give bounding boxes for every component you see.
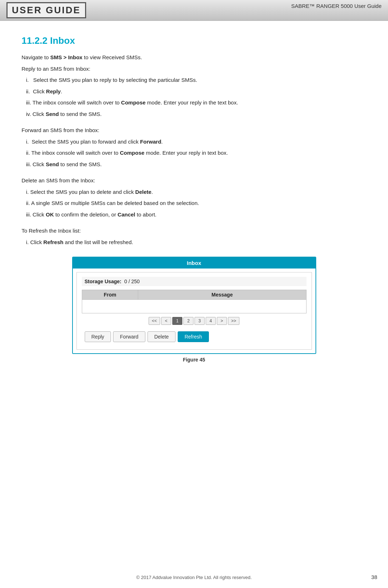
para3-line2: i. Select the SMS you plan to delete and… xyxy=(22,187,366,197)
para1-line1: Navigate to SMS > Inbox to view Received… xyxy=(22,53,366,62)
para3-line3: ii. A single SMS or multiple SMSs can be… xyxy=(22,199,366,208)
para1-line3: i. Select the SMS you plan to reply to b… xyxy=(22,75,366,85)
paragraph-1: Navigate to SMS > Inbox to view Received… xyxy=(22,53,366,118)
page-btn-prev[interactable]: < xyxy=(161,317,171,325)
para1-line2: Reply to an SMS from Inbox: xyxy=(22,64,366,74)
table-header: From Message xyxy=(82,290,307,300)
section-heading: 11.2.2 Inbox xyxy=(22,35,366,46)
storage-label: Storage Usage: xyxy=(85,279,122,284)
para3-line4: iii. Click OK to confirm the deletion, o… xyxy=(22,210,366,219)
para2-line3: ii. The inbox console will switch over t… xyxy=(22,148,366,158)
footer: © 2017 Addvalue Innovation Pte Ltd. All … xyxy=(0,575,388,580)
inbox-inner: Storage Usage: 0 / 250 From Message << <… xyxy=(76,272,312,350)
para2-line2: i. Select the SMS you plan to forward an… xyxy=(22,137,366,146)
page-btn-1[interactable]: 1 xyxy=(172,317,182,325)
forward-button[interactable]: Forward xyxy=(113,331,145,342)
para2-line1: Forward an SMS from the Inbox: xyxy=(22,126,366,135)
para2-line4: iii. Click Send to send the SMS. xyxy=(22,160,366,169)
refresh-button[interactable]: Refresh xyxy=(178,331,209,342)
para3-line1: Delete an SMS from the Inbox: xyxy=(22,176,366,185)
inbox-mockup-wrapper: Inbox Storage Usage: 0 / 250 From Messag… xyxy=(72,257,316,363)
pagination: << < 1 2 3 4 > >> xyxy=(82,313,307,328)
col-from-header: From xyxy=(82,290,139,299)
figure-caption: Figure 45 xyxy=(72,357,316,363)
page-btn-3[interactable]: 3 xyxy=(195,317,205,325)
inbox-title-bar: Inbox xyxy=(73,257,315,269)
paragraph-2: Forward an SMS from the Inbox: i. Select… xyxy=(22,126,366,169)
reply-button[interactable]: Reply xyxy=(85,331,111,342)
col-message-header: Message xyxy=(138,290,306,299)
page-btn-last[interactable]: >> xyxy=(228,317,239,325)
para1-line4: ii. Click Reply. xyxy=(22,87,366,96)
main-content: 11.2.2 Inbox Navigate to SMS > Inbox to … xyxy=(0,21,388,401)
inbox-mockup: Inbox Storage Usage: 0 / 250 From Messag… xyxy=(72,257,316,354)
page-number: 38 xyxy=(371,574,377,580)
page-top-title: SABRE™ RANGER 5000 User Guide xyxy=(291,3,382,9)
para4-line2: i. Click Refresh and the list will be re… xyxy=(22,238,366,247)
header-logo: USER GUIDE xyxy=(6,2,86,18)
paragraph-4: To Refresh the Inbox list: i. Click Refr… xyxy=(22,226,366,247)
page-btn-first[interactable]: << xyxy=(149,317,160,325)
action-buttons: Reply Forward Delete Refresh xyxy=(82,328,307,345)
page-btn-next[interactable]: > xyxy=(217,317,227,325)
para1-line5: iii. The inbox console will switch over … xyxy=(22,98,366,107)
delete-button[interactable]: Delete xyxy=(148,331,176,342)
storage-row: Storage Usage: 0 / 250 xyxy=(82,277,307,286)
paragraph-3: Delete an SMS from the Inbox: i. Select … xyxy=(22,176,366,219)
storage-value: 0 / 250 xyxy=(124,279,140,284)
para4-line1: To Refresh the Inbox list: xyxy=(22,226,366,235)
page-btn-2[interactable]: 2 xyxy=(183,317,193,325)
logo-text: USER GUIDE xyxy=(6,2,86,18)
page-btn-4[interactable]: 4 xyxy=(206,317,216,325)
para1-line6: iv. Click Send to send the SMS. xyxy=(22,109,366,119)
table-body xyxy=(82,300,307,313)
